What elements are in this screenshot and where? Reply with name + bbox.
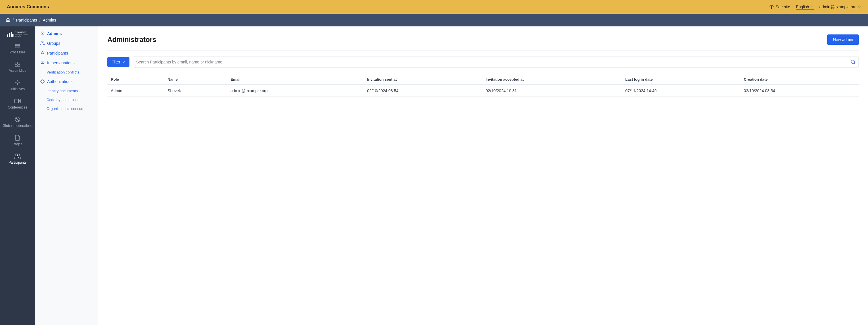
see-site-link[interactable]: See site xyxy=(769,5,790,9)
second-sidebar: Admins Groups Participants Impersonation… xyxy=(35,26,98,325)
svg-point-25 xyxy=(851,60,855,63)
search-input[interactable] xyxy=(136,60,850,64)
nav-impersonations[interactable]: Impersonations xyxy=(35,58,98,68)
svg-line-23 xyxy=(43,62,44,63)
pages-icon xyxy=(14,135,21,141)
table-row: Admin Shevek admin@example.org 02/10/202… xyxy=(107,85,859,97)
svg-line-26 xyxy=(854,63,855,64)
nav-groups-label: Groups xyxy=(47,41,60,46)
svg-rect-8 xyxy=(18,65,20,67)
svg-point-20 xyxy=(41,41,42,43)
filter-row: Filter xyxy=(107,57,859,67)
user-email: admin@example.org xyxy=(819,5,857,9)
content-header: Administrators New admin xyxy=(107,34,859,45)
filter-label: Filter xyxy=(112,60,120,64)
svg-rect-15 xyxy=(14,99,19,103)
topbar-right: See site English admin@example.org xyxy=(769,5,861,9)
cell-role: Admin xyxy=(107,85,164,97)
sidebar-item-pages[interactable]: Pages xyxy=(0,132,35,149)
cell-email: admin@example.org xyxy=(227,85,364,97)
sidebar-item-processes[interactable]: Processes xyxy=(0,40,35,57)
col-invitation-sent: Invitation sent at xyxy=(364,75,482,85)
svg-rect-7 xyxy=(15,65,17,67)
svg-rect-3 xyxy=(15,46,20,46)
sidebar-label-global-moderations: Global moderations xyxy=(3,124,32,128)
language-selector[interactable]: English xyxy=(796,5,814,9)
groups-icon xyxy=(40,41,45,46)
nav-verification-conflicts-label: Verification conflicts xyxy=(46,70,79,75)
nav-identity-documents-label: Identity documents xyxy=(46,89,78,93)
svg-point-21 xyxy=(42,52,43,53)
table-body: Admin Shevek admin@example.org 02/10/202… xyxy=(107,85,859,97)
content-inner: Administrators New admin Filter Role xyxy=(98,26,868,325)
svg-rect-2 xyxy=(15,44,20,45)
participants-nav-icon xyxy=(40,51,45,55)
sidebar-item-participants[interactable]: Participants xyxy=(0,150,35,167)
see-site-label: See site xyxy=(776,5,790,9)
breadcrumb: / Participants / Admins xyxy=(0,14,868,26)
new-admin-button[interactable]: New admin xyxy=(827,34,859,45)
sidebar-label-conferences: Conferences xyxy=(8,106,27,109)
sidebar-label-pages: Pages xyxy=(12,142,22,146)
user-menu[interactable]: admin@example.org xyxy=(819,5,861,9)
nav-admins[interactable]: Admins xyxy=(35,29,98,38)
nav-admins-label: Admins xyxy=(47,31,62,36)
breadcrumb-participants-link[interactable]: Participants xyxy=(16,18,37,22)
nav-verification-conflicts[interactable]: Verification conflicts xyxy=(35,68,98,77)
nav-participants[interactable]: Participants xyxy=(35,48,98,58)
chevron-down-icon xyxy=(810,5,814,9)
breadcrumb-sep2: / xyxy=(39,18,40,22)
header-divider xyxy=(107,51,859,51)
impersonations-icon xyxy=(40,61,45,65)
cell-invitation-sent: 02/10/2024 08:54 xyxy=(364,85,482,97)
decidim-logo: decidim The open-sourcesolution xyxy=(5,30,30,39)
nav-identity-documents[interactable]: Identity documents xyxy=(35,86,98,95)
conferences-icon xyxy=(14,98,21,104)
svg-rect-4 xyxy=(15,47,20,48)
nav-organizations-census-label: Organization's census xyxy=(46,107,83,111)
svg-point-24 xyxy=(42,81,43,82)
user-icon xyxy=(40,31,45,36)
admin-table: Role Name Email Invitation sent at Invit… xyxy=(107,75,859,97)
col-creation-date: Creation date xyxy=(740,75,859,85)
sidebar-item-conferences[interactable]: Conferences xyxy=(0,95,35,112)
svg-rect-1 xyxy=(7,20,9,22)
breadcrumb-sep1: / xyxy=(12,18,14,22)
language-label: English xyxy=(796,5,809,9)
nav-groups[interactable]: Groups xyxy=(35,38,98,48)
svg-point-19 xyxy=(42,32,43,33)
nav-code-by-postal-letter[interactable]: Code by postal letter xyxy=(35,95,98,104)
topbar: Annares Commons See site English admin@e… xyxy=(0,0,868,14)
search-icon[interactable] xyxy=(850,59,856,65)
svg-point-22 xyxy=(42,61,43,63)
processes-icon xyxy=(14,43,21,49)
col-role: Role xyxy=(107,75,164,85)
svg-line-17 xyxy=(16,118,20,121)
filter-button[interactable]: Filter xyxy=(107,57,129,67)
home-link[interactable] xyxy=(6,18,10,23)
nav-impersonations-label: Impersonations xyxy=(47,61,74,65)
sidebar-item-initiatives[interactable]: Initiatives xyxy=(0,77,35,94)
col-last-login: Last log in date xyxy=(622,75,741,85)
nav-organizations-census[interactable]: Organization's census xyxy=(35,104,98,113)
nav-code-by-postal-letter-label: Code by postal letter xyxy=(46,98,81,102)
nav-authorizations[interactable]: Authorizations xyxy=(35,77,98,86)
content-area: Administrators New admin Filter Role xyxy=(98,26,868,325)
col-name: Name xyxy=(164,75,227,85)
svg-point-9 xyxy=(17,82,19,84)
sidebar-item-global-moderations[interactable]: Global moderations xyxy=(0,113,35,130)
nav-participants-label: Participants xyxy=(47,51,68,55)
moderations-icon xyxy=(14,116,21,123)
sidebar-item-assemblies[interactable]: Assemblies xyxy=(0,58,35,76)
filter-chevron-icon xyxy=(122,60,125,64)
user-chevron-icon xyxy=(858,5,861,9)
cell-name: Shevek xyxy=(164,85,227,97)
topbar-title: Annares Commons xyxy=(7,4,49,9)
main-layout: decidim The open-sourcesolution Processe… xyxy=(0,26,868,325)
nav-authorizations-label: Authorizations xyxy=(47,79,73,84)
svg-rect-5 xyxy=(15,62,17,64)
cell-last-login: 07/11/2024 14:49 xyxy=(622,85,741,97)
authorizations-icon xyxy=(40,79,45,84)
participants-icon xyxy=(14,153,21,159)
svg-point-0 xyxy=(771,6,772,7)
